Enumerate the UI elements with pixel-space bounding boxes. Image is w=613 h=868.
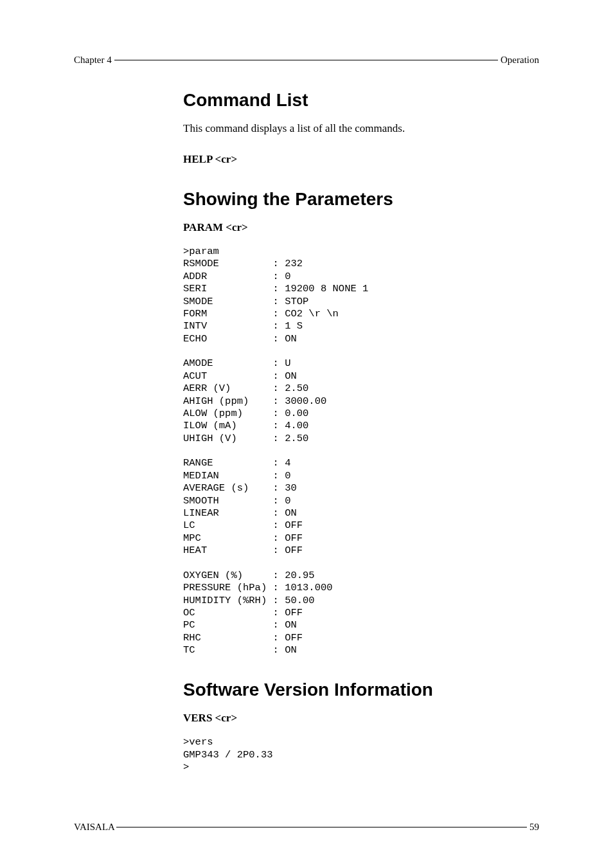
page-footer: VAISALA 59 (74, 822, 539, 833)
param-output: >param RSMODE : 232 ADDR : 0 SERI : 1920… (183, 246, 539, 656)
vers-output: >vers GMP343 / 2P0.33 > (183, 736, 539, 773)
vers-command: VERS <cr> (183, 712, 539, 725)
footer-rule (116, 827, 527, 827)
page-header: Chapter 4 Operation (74, 55, 539, 66)
heading-command-list: Command List (183, 90, 539, 111)
param-command: PARAM <cr> (183, 221, 539, 234)
header-section: Operation (501, 55, 539, 66)
help-command: HELP <cr> (183, 153, 539, 166)
header-chapter: Chapter 4 (74, 55, 112, 66)
page-content: Command List This command displays a lis… (183, 90, 539, 774)
command-list-description: This command displays a list of all the … (183, 122, 539, 135)
footer-page-number: 59 (529, 822, 539, 833)
footer-brand: VAISALA (74, 822, 115, 833)
header-rule (114, 60, 498, 60)
heading-software-version: Software Version Information (183, 680, 539, 700)
heading-showing-parameters: Showing the Parameters (183, 189, 539, 210)
